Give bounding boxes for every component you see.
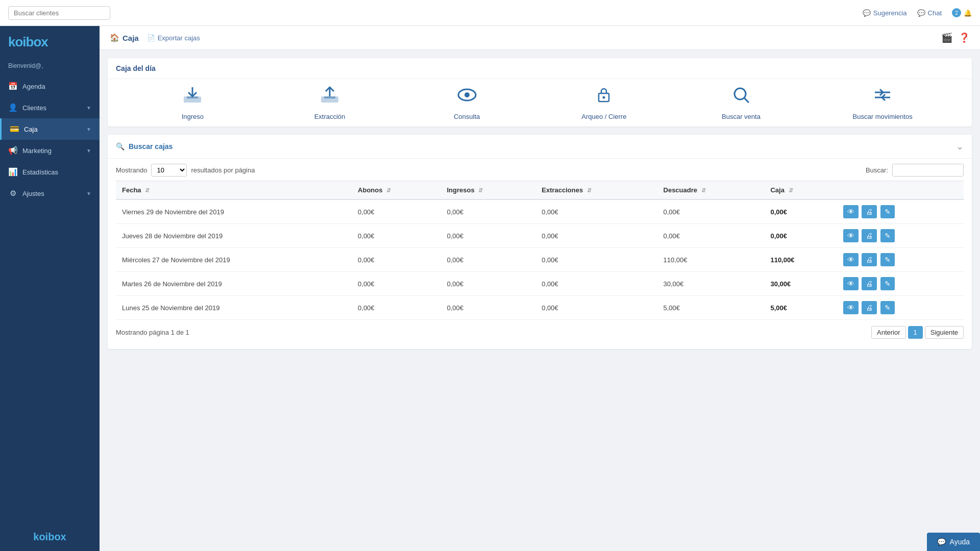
suggestion-label: Sugerencia xyxy=(873,9,907,17)
svg-rect-3 xyxy=(324,96,335,98)
view-button-2[interactable]: 👁 xyxy=(843,253,859,266)
cell-caja: 0,00€ xyxy=(764,199,835,224)
cajas-table-card: 🔍 Buscar cajas ⌄ Mostrando 10 25 50 xyxy=(108,135,972,349)
ayuda-button[interactable]: 💬 Ayuda xyxy=(927,533,980,551)
cell-fecha: Miércoles 27 de Noviembre del 2019 xyxy=(116,248,352,272)
logo-text: koibox xyxy=(8,34,48,50)
footer-logo: koibox xyxy=(33,531,66,543)
col-extracciones[interactable]: Extracciones ⇵ xyxy=(535,181,657,200)
col-descuadre[interactable]: Descuadre ⇵ xyxy=(657,181,765,200)
cell-caja: 5,00€ xyxy=(764,296,835,320)
sidebar-item-label: Estadísticas xyxy=(22,168,91,176)
buscar-movimientos-button[interactable]: Buscar movimientos xyxy=(853,85,913,120)
col-caja[interactable]: Caja ⇵ xyxy=(764,181,835,200)
cell-descuadre: 0,00€ xyxy=(657,224,765,248)
col-abonos[interactable]: Abonos ⇵ xyxy=(352,181,440,200)
sidebar-logo: koibox xyxy=(0,26,100,58)
edit-button-3[interactable]: ✎ xyxy=(880,277,895,290)
suggestion-link[interactable]: 💬 Sugerencia xyxy=(863,9,907,17)
cell-ingresos: 0,00€ xyxy=(440,272,535,296)
sidebar-item-caja[interactable]: 💳 Caja ▼ xyxy=(0,118,100,140)
ingreso-label: Ingreso xyxy=(182,113,204,120)
cell-caja: 110,00€ xyxy=(764,248,835,272)
svg-line-9 xyxy=(744,98,749,103)
print-button-3[interactable]: 🖨 xyxy=(862,277,877,290)
svg-point-5 xyxy=(464,92,470,97)
buscar-venta-button[interactable]: Buscar venta xyxy=(716,85,767,120)
cell-abonos: 0,00€ xyxy=(352,296,440,320)
view-button-1[interactable]: 👁 xyxy=(843,229,859,242)
cell-caja: 0,00€ xyxy=(764,224,835,248)
next-button[interactable]: Siguiente xyxy=(925,326,964,339)
table-row: Martes 26 de Noviembre del 2019 0,00€ 0,… xyxy=(116,272,964,296)
col-fecha[interactable]: Fecha ⇵ xyxy=(116,181,352,200)
sidebar-item-label: Caja xyxy=(24,126,81,133)
search-table-label: Buscar: xyxy=(866,166,888,174)
extraccion-icon xyxy=(320,85,339,109)
cell-extracciones: 0,00€ xyxy=(535,199,657,224)
caja-header-icon: 🏠 xyxy=(110,33,119,42)
arqueo-icon xyxy=(594,85,614,109)
notification-button[interactable]: 2 🔔 xyxy=(952,8,972,17)
ayuda-label: Ayuda xyxy=(950,538,970,546)
table-search-input[interactable] xyxy=(892,164,964,177)
cell-descuadre: 0,00€ xyxy=(657,199,765,224)
print-button-4[interactable]: 🖨 xyxy=(862,301,877,314)
print-button-0[interactable]: 🖨 xyxy=(862,205,877,218)
cell-ingresos: 0,00€ xyxy=(440,296,535,320)
table-controls-right: Buscar: xyxy=(866,164,964,177)
cell-abonos: 0,00€ xyxy=(352,272,440,296)
search-box xyxy=(8,6,110,20)
print-button-2[interactable]: 🖨 xyxy=(862,253,877,266)
sidebar-item-ajustes[interactable]: ⚙ Ajustes ▼ xyxy=(0,183,100,204)
table-row: Jueves 28 de Noviembre del 2019 0,00€ 0,… xyxy=(116,224,964,248)
arqueo-button[interactable]: Arqueo / Cierre xyxy=(578,85,629,120)
table-row: Viernes 29 de Noviembre del 2019 0,00€ 0… xyxy=(116,199,964,224)
view-button-4[interactable]: 👁 xyxy=(843,301,859,314)
page-1-button[interactable]: 1 xyxy=(908,326,923,339)
cell-caja: 30,00€ xyxy=(764,272,835,296)
help-icon[interactable]: ❓ xyxy=(959,32,970,43)
ingreso-button[interactable]: Ingreso xyxy=(167,85,218,120)
per-page-select[interactable]: 10 25 50 100 xyxy=(151,164,187,177)
prev-button[interactable]: Anterior xyxy=(871,326,906,339)
export-button[interactable]: 📄 Exportar cajas xyxy=(147,34,200,42)
chat-link[interactable]: 💬 Chat xyxy=(917,9,942,17)
page-header: 🏠 Caja 📄 Exportar cajas 🎬 ❓ xyxy=(100,26,980,50)
suggestion-icon: 💬 xyxy=(863,9,871,17)
table-controls: Mostrando 10 25 50 100 resultados por pá… xyxy=(116,159,964,181)
extraccion-button[interactable]: Extracción xyxy=(304,85,355,120)
search-cajas-icon: 🔍 xyxy=(116,142,125,151)
edit-button-4[interactable]: ✎ xyxy=(880,301,895,314)
results-label: resultados por página xyxy=(191,166,255,174)
print-button-1[interactable]: 🖨 xyxy=(862,229,877,242)
cell-actions: 👁 🖨 ✎ xyxy=(836,296,964,320)
ingreso-icon xyxy=(183,85,202,109)
view-button-0[interactable]: 👁 xyxy=(843,205,859,218)
col-ingresos[interactable]: Ingresos ⇵ xyxy=(440,181,535,200)
cell-descuadre: 30,00€ xyxy=(657,272,765,296)
search-input[interactable] xyxy=(8,6,110,20)
chat-label: Chat xyxy=(928,9,942,17)
video-icon[interactable]: 🎬 xyxy=(941,32,952,43)
collapse-icon[interactable]: ⌄ xyxy=(956,141,964,152)
search-bar-section: 🔍 Buscar cajas ⌄ xyxy=(108,135,972,159)
cell-abonos: 0,00€ xyxy=(352,224,440,248)
consulta-button[interactable]: Consulta xyxy=(442,85,493,120)
cell-ingresos: 0,00€ xyxy=(440,224,535,248)
edit-button-2[interactable]: ✎ xyxy=(880,253,895,266)
pagination-controls: Anterior 1 Siguiente xyxy=(871,326,964,339)
sidebar-item-agenda[interactable]: 📅 Agenda xyxy=(0,76,100,97)
edit-button-0[interactable]: ✎ xyxy=(880,205,895,218)
header-icons: 🎬 ❓ xyxy=(941,32,970,43)
view-button-3[interactable]: 👁 xyxy=(843,277,859,290)
pagination-info: Mostrando página 1 de 1 xyxy=(116,329,189,336)
sidebar-item-clientes[interactable]: 👤 Clientes ▼ xyxy=(0,97,100,118)
cell-actions: 👁 🖨 ✎ xyxy=(836,248,964,272)
consulta-icon xyxy=(457,85,477,109)
layout: koibox Bienvenid@, 📅 Agenda 👤 Clientes ▼… xyxy=(0,26,980,551)
sidebar-item-marketing[interactable]: 📢 Marketing ▼ xyxy=(0,140,100,161)
col-actions xyxy=(836,181,964,200)
sidebar-item-estadisticas[interactable]: 📊 Estadísticas xyxy=(0,161,100,183)
edit-button-1[interactable]: ✎ xyxy=(880,229,895,242)
